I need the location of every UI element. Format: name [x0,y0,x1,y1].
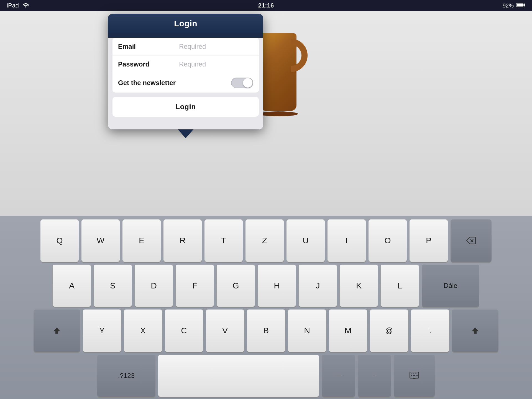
newsletter-toggle-container[interactable] [231,78,253,88]
battery-percent: 92% [503,2,514,9]
key-v[interactable]: V [206,310,244,352]
status-left: iPad [7,2,29,9]
key-at[interactable]: @ [370,310,408,352]
password-label: Password [118,60,173,68]
key-y[interactable]: Y [83,310,121,352]
svg-rect-2 [517,3,524,6]
key-h[interactable]: H [258,265,296,307]
key-backspace[interactable] [451,219,492,262]
newsletter-label: Get the newsletter [118,79,176,87]
mug-handle [291,39,308,72]
key-m[interactable]: M [329,310,367,352]
wifi-icon [22,2,29,9]
key-z[interactable]: Z [245,219,284,262]
key-l[interactable]: L [381,265,419,307]
key-u[interactable]: U [287,219,325,262]
modal-title-bar: Login [108,14,263,33]
modal-title: Login [174,19,197,28]
key-n[interactable]: N [288,310,326,352]
login-button[interactable]: Login [112,97,259,117]
key-w[interactable]: W [81,219,120,262]
key-shift-left[interactable] [34,310,80,352]
key-period-accent[interactable]: ´ . [411,310,449,352]
key-shift-right[interactable] [452,310,498,352]
email-row[interactable]: Email Required [112,38,259,55]
status-right: 92% [503,2,525,9]
key-i[interactable]: I [328,219,366,262]
svg-marker-7 [472,328,479,334]
key-d[interactable]: D [135,265,173,307]
key-j[interactable]: J [299,265,337,307]
key-f[interactable]: F [176,265,214,307]
key-x[interactable]: X [124,310,162,352]
mug-base [259,111,298,116]
email-label: Email [118,43,173,50]
mug-decoration [258,17,308,116]
key-space[interactable] [158,355,319,397]
status-time: 21:16 [258,2,274,9]
key-return[interactable]: Dále [422,265,479,307]
key-keyboard-hide[interactable] [394,355,435,397]
modal-body: Email Required Password Required Get the… [108,38,263,129]
email-input[interactable]: Required [173,43,253,50]
key-q[interactable]: Q [40,219,79,262]
keyboard-rows: Q W E R T Z U I O P A S D F G [3,219,529,397]
modal-container: Login Email Required Password Required G… [108,14,263,138]
modal-spacer [108,93,263,97]
key-hyphen[interactable]: - [358,355,391,397]
svg-rect-3 [524,4,525,6]
key-a[interactable]: A [53,265,91,307]
key-t[interactable]: T [204,219,243,262]
svg-marker-6 [53,328,60,334]
device-name: iPad [7,2,19,9]
toggle-thumb [243,78,252,88]
key-p[interactable]: P [410,219,448,262]
key-dash[interactable]: — [322,355,355,397]
password-input[interactable]: Required [173,60,253,68]
login-button-container: Login [112,97,259,117]
form-section: Email Required Password Required Get the… [112,38,259,93]
modal-bottom-section [108,121,263,129]
key-s[interactable]: S [94,265,132,307]
key-r[interactable]: R [163,219,202,262]
key-row-1: Q W E R T Z U I O P [3,219,529,262]
key-c[interactable]: C [165,310,203,352]
key-symbols[interactable]: .?123 [97,355,155,397]
key-e[interactable]: E [122,219,161,262]
keyboard-area: Q W E R T Z U I O P A S D F G [0,216,532,399]
login-modal: Login Email Required Password Required G… [108,14,263,129]
key-o[interactable]: O [369,219,407,262]
svg-point-0 [25,6,26,7]
newsletter-toggle[interactable] [231,78,253,88]
newsletter-row[interactable]: Get the newsletter [112,73,259,93]
key-row-4: .?123 — - [3,355,529,397]
key-row-3: Y X C V B N M @ ´ . [3,310,529,352]
modal-caret [178,129,193,138]
battery-icon [516,2,525,9]
status-bar: iPad 21:16 92% [0,0,532,11]
key-k[interactable]: K [340,265,378,307]
password-row[interactable]: Password Required [112,55,259,73]
key-b[interactable]: B [247,310,285,352]
key-g[interactable]: G [217,265,255,307]
key-row-2: A S D F G H J K L Dále [3,265,529,307]
